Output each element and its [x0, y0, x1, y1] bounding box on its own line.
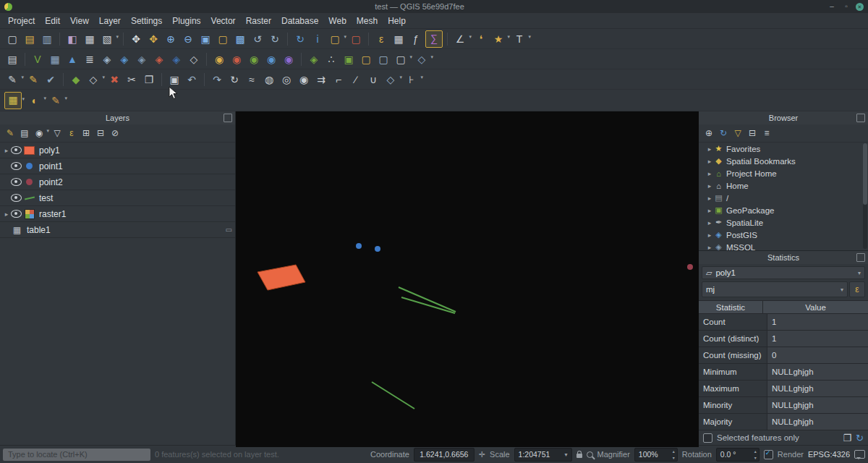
filter-legend-icon[interactable]: ▽ [51, 127, 64, 140]
layer-item-test[interactable]: test [0, 190, 235, 206]
menu-item-plugins[interactable]: Plugins [167, 14, 205, 27]
map-tips-icon[interactable]: ❛ [473, 31, 489, 47]
rotation-spinbox[interactable]: 0.0 ° [716, 448, 760, 462]
layer-item-point1[interactable]: point1 [0, 158, 235, 174]
browser-item-geopackage[interactable]: ▣GeoPackage [706, 204, 868, 216]
expand-all-icon[interactable]: ⊞ [80, 127, 93, 140]
add-mssql-layer-icon[interactable]: ◈ [134, 51, 150, 67]
offset-curve-icon[interactable]: ⇉ [313, 72, 329, 88]
style-manager-icon[interactable]: ◧ [64, 31, 80, 47]
layer-item-table1[interactable]: ▦table1▭ [0, 222, 235, 238]
add-wfs-layer-icon[interactable]: ◉ [246, 51, 262, 67]
zoom-out-icon[interactable]: ⊖ [180, 31, 196, 47]
new-spatialite-layer-icon[interactable]: ▢ [375, 51, 391, 67]
layer-visibility-toggle[interactable] [10, 146, 22, 154]
data-source-manager-icon[interactable]: ▤ [4, 51, 20, 67]
add-oracle-layer-icon[interactable]: ◈ [151, 51, 167, 67]
add-wmts-layer-icon[interactable]: ◉ [281, 51, 297, 67]
undo-icon[interactable]: ↶ [184, 72, 200, 88]
scale-lock-icon[interactable] [576, 454, 582, 458]
browser-scrollbar[interactable] [863, 143, 867, 249]
expand-arrow-icon[interactable] [706, 195, 713, 202]
collapse-all-icon[interactable]: ⊟ [746, 127, 759, 140]
float-panel-icon[interactable] [856, 114, 865, 122]
browser-item-postgis[interactable]: ◈PostGIS [706, 229, 868, 241]
magnifier-spinbox[interactable]: 100% [634, 448, 678, 462]
add-selected-layers-icon[interactable]: ⊕ [702, 127, 715, 140]
add-arcgis-rest-layer-icon[interactable]: ◉ [263, 51, 279, 67]
open-attribute-table-icon[interactable]: ▦ [391, 31, 407, 47]
add-spatialite-layer-icon[interactable]: ◈ [99, 51, 115, 67]
rotate-feature-icon[interactable]: ↻ [226, 72, 242, 88]
new-bookmark-icon[interactable]: ★ [490, 31, 506, 47]
expand-arrow-icon[interactable] [706, 170, 713, 177]
deselect-features-icon[interactable]: ▢ [348, 31, 364, 47]
expand-arrow-icon[interactable] [706, 145, 713, 153]
menu-item-project[interactable]: Project [3, 14, 40, 27]
select-by-expression-icon[interactable]: ε [373, 31, 389, 47]
toggle-editing-icon[interactable]: ✎ [25, 72, 41, 88]
zoom-last-icon[interactable]: ↺ [250, 31, 265, 47]
browser-item-spatialite[interactable]: ✒SpatiaLite [706, 216, 868, 229]
project-open-icon[interactable]: ▤ [22, 31, 38, 47]
trim-extend-icon[interactable]: ⊦ [404, 72, 420, 88]
add-wcs-layer-icon[interactable]: ◉ [229, 51, 244, 67]
layer-visibility-toggle[interactable] [10, 178, 22, 186]
reshape-features-icon[interactable]: ⌐ [331, 72, 346, 88]
pan-to-selection-icon[interactable]: ✥ [145, 31, 161, 47]
save-edits-icon[interactable]: ✔ [43, 72, 59, 88]
expand-arrow-icon[interactable] [3, 147, 10, 154]
menu-item-view[interactable]: View [65, 14, 94, 27]
expand-arrow-icon[interactable] [706, 244, 713, 251]
add-mesh-layer-icon[interactable]: ▲ [64, 51, 80, 67]
project-new-icon[interactable]: ▢ [4, 31, 20, 47]
add-postgis-layer-icon[interactable]: ◈ [116, 51, 132, 67]
refresh-browser-icon[interactable]: ↻ [717, 127, 730, 140]
add-vector-layer-icon[interactable]: V [30, 51, 46, 67]
refresh-statistics-icon[interactable]: ↻ [856, 433, 864, 443]
close-icon[interactable] [856, 3, 864, 11]
expression-builder-icon[interactable]: ε [849, 281, 865, 297]
annotations-toolbar-icon[interactable]: ✎ [48, 93, 64, 109]
cut-features-icon[interactable]: ✂ [124, 72, 140, 88]
coordinate-input[interactable] [414, 448, 475, 462]
properties-widget-icon[interactable]: ≡ [760, 127, 773, 140]
layer-labeling-options-icon[interactable]: ▦ [4, 92, 22, 109]
collapse-all-icon[interactable]: ⊟ [94, 127, 107, 140]
expand-arrow-icon[interactable] [706, 232, 713, 239]
layer-visibility-toggle[interactable] [10, 162, 22, 170]
map-canvas[interactable] [236, 111, 698, 445]
browser-item-project-home[interactable]: ⌂Project Home [706, 167, 868, 179]
zoom-in-icon[interactable]: ⊕ [163, 31, 179, 47]
extents-toggle-icon[interactable] [479, 450, 485, 459]
filter-browser-icon[interactable]: ▽ [731, 127, 744, 140]
expand-arrow-icon[interactable] [706, 182, 713, 190]
scale-combo[interactable]: 1:204751 [514, 448, 572, 462]
redo-icon[interactable]: ↷ [209, 72, 225, 88]
zoom-full-icon[interactable]: ▣ [197, 31, 213, 47]
layer-visibility-toggle[interactable] [10, 194, 22, 202]
statistics-panel-icon[interactable]: ∑ [425, 30, 443, 48]
new-shapefile-layer-icon[interactable]: ▢ [358, 51, 374, 67]
menu-item-database[interactable]: Database [276, 14, 323, 27]
open-layer-styling-icon[interactable]: ✎ [4, 127, 17, 140]
browser-item-mssql[interactable]: ◈MSSQL [706, 241, 868, 250]
menu-item-help[interactable]: Help [383, 14, 411, 27]
new-print-layout-icon[interactable]: ▦ [82, 31, 98, 47]
simplify-feature-icon[interactable]: ≈ [244, 72, 260, 88]
add-xyz-layer-icon[interactable]: ◈ [306, 51, 322, 67]
render-checkbox[interactable] [764, 450, 773, 459]
statistics-layer-combo[interactable]: poly1 [702, 266, 865, 279]
menu-item-web[interactable]: Web [323, 14, 351, 27]
zoom-next-icon[interactable]: ↻ [267, 31, 283, 47]
add-raster-layer-icon[interactable]: ▦ [47, 51, 63, 67]
vertex-tool-icon[interactable]: ◇ [85, 72, 101, 88]
crs-indicator[interactable]: EPSG:4326 [808, 450, 850, 459]
manage-map-themes-icon[interactable]: ◉ [33, 127, 46, 140]
menu-item-raster[interactable]: Raster [241, 14, 276, 27]
new-virtual-layer-icon[interactable]: ◇ [414, 51, 430, 67]
browser-item-spatial-bookmarks[interactable]: ◆Spatial Bookmarks [706, 155, 868, 167]
add-point-cloud-layer-icon[interactable]: ∴ [323, 51, 339, 67]
remove-layer-icon[interactable]: ⊘ [109, 127, 122, 140]
field-calculator-icon[interactable]: ƒ [408, 31, 424, 47]
